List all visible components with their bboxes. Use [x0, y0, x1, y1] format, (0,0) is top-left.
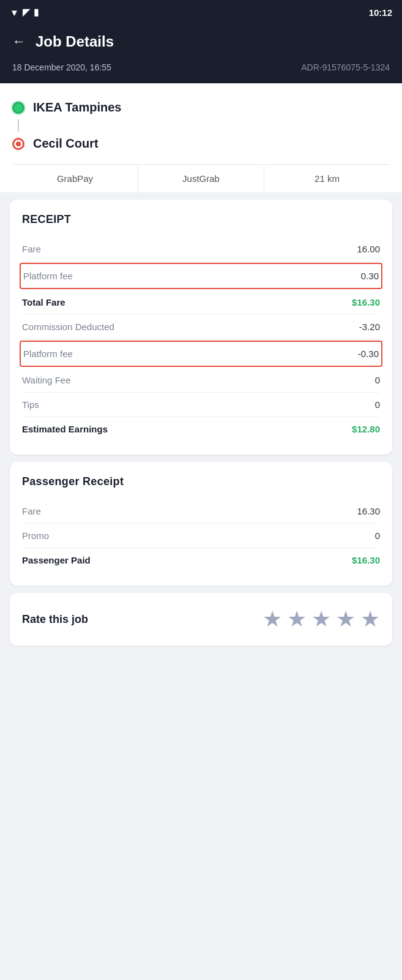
- estimated-earnings-label: Estimated Earnings: [22, 424, 108, 434]
- platform-fee-deducted-value: -0.30: [358, 349, 379, 359]
- route-destination: Cecil Court: [12, 132, 390, 156]
- promo-label: Promo: [22, 530, 49, 541]
- service-type: JustGrab: [138, 165, 264, 192]
- tips-value: 0: [375, 399, 380, 410]
- rate-row: Rate this job ★ ★ ★ ★ ★: [22, 606, 380, 632]
- platform-fee-label: Platform fee: [23, 271, 73, 281]
- tips-label: Tips: [22, 399, 39, 410]
- receipt-title: RECEIPT: [22, 213, 380, 226]
- passenger-paid-value: $16.30: [352, 555, 380, 565]
- commission-label: Commission Deducted: [22, 322, 114, 332]
- fare-label: Fare: [22, 244, 41, 254]
- origin-dot: [12, 102, 24, 114]
- signal-icon: ◤: [23, 7, 30, 18]
- estimated-earnings-value: $12.80: [352, 424, 380, 434]
- rate-label: Rate this job: [22, 613, 88, 626]
- total-fare-row: Total Fare $16.30: [22, 290, 380, 315]
- tips-row: Tips 0: [22, 393, 380, 417]
- route-section: IKEA Tampines Cecil Court GrabPay JustGr…: [0, 83, 402, 192]
- destination-label: Cecil Court: [33, 137, 99, 151]
- promo-row: Promo 0: [22, 524, 380, 548]
- payment-method: GrabPay: [12, 165, 138, 192]
- passenger-fare-label: Fare: [22, 506, 41, 516]
- passenger-receipt-card: Passenger Receipt Fare 16.30 Promo 0 Pas…: [10, 462, 392, 586]
- job-id: ADR-91576075-5-1324: [301, 62, 390, 72]
- promo-value: 0: [375, 530, 380, 541]
- status-bar: ▼ ◤ ▮ 10:12: [0, 0, 402, 24]
- destination-dot: [12, 138, 24, 150]
- route-connector: [18, 119, 19, 132]
- commission-value: -3.20: [359, 322, 380, 332]
- platform-fee-row: Platform fee 0.30: [20, 263, 382, 289]
- status-icons: ▼ ◤ ▮: [10, 7, 39, 18]
- commission-row: Commission Deducted -3.20: [22, 315, 380, 339]
- job-date: 18 December 2020, 16:55: [12, 62, 111, 72]
- waiting-fee-value: 0: [375, 375, 380, 385]
- platform-fee-value: 0.30: [361, 271, 379, 281]
- waiting-fee-label: Waiting Fee: [22, 375, 70, 385]
- rate-card: Rate this job ★ ★ ★ ★ ★: [10, 593, 392, 646]
- total-fare-label: Total Fare: [22, 297, 65, 307]
- battery-icon: ▮: [34, 7, 39, 18]
- star-3[interactable]: ★: [311, 606, 331, 632]
- passenger-paid-row: Passenger Paid $16.30: [22, 548, 380, 572]
- waiting-fee-row: Waiting Fee 0: [22, 368, 380, 393]
- platform-fee-deducted-row: Platform fee -0.30: [20, 341, 382, 367]
- header: ← Job Details: [0, 24, 402, 62]
- info-row: GrabPay JustGrab 21 km: [12, 164, 390, 192]
- receipt-card: RECEIPT Fare 16.00 Platform fee 0.30 Tot…: [10, 200, 392, 454]
- wifi-icon: ▼: [10, 7, 19, 18]
- passenger-receipt-title: Passenger Receipt: [22, 475, 380, 488]
- passenger-fare-row: Fare 16.30: [22, 499, 380, 524]
- total-fare-value: $16.30: [352, 297, 380, 307]
- stars-container[interactable]: ★ ★ ★ ★ ★: [262, 606, 380, 632]
- origin-label: IKEA Tampines: [33, 100, 121, 115]
- route-origin: IKEA Tampines: [12, 96, 390, 119]
- fare-value: 16.00: [357, 244, 380, 254]
- trip-distance: 21 km: [264, 165, 390, 192]
- estimated-earnings-row: Estimated Earnings $12.80: [22, 417, 380, 441]
- passenger-paid-label: Passenger Paid: [22, 555, 91, 565]
- star-4[interactable]: ★: [336, 606, 355, 632]
- star-1[interactable]: ★: [262, 606, 282, 632]
- job-meta: 18 December 2020, 16:55 ADR-91576075-5-1…: [0, 62, 402, 83]
- star-2[interactable]: ★: [287, 606, 307, 632]
- fare-row: Fare 16.00: [22, 237, 380, 262]
- page-title: Job Details: [35, 33, 114, 50]
- platform-fee-deducted-label: Platform fee: [23, 349, 73, 359]
- status-time: 10:12: [369, 7, 392, 18]
- passenger-fare-value: 16.30: [357, 506, 380, 516]
- star-5[interactable]: ★: [360, 606, 380, 632]
- back-button[interactable]: ←: [12, 34, 26, 50]
